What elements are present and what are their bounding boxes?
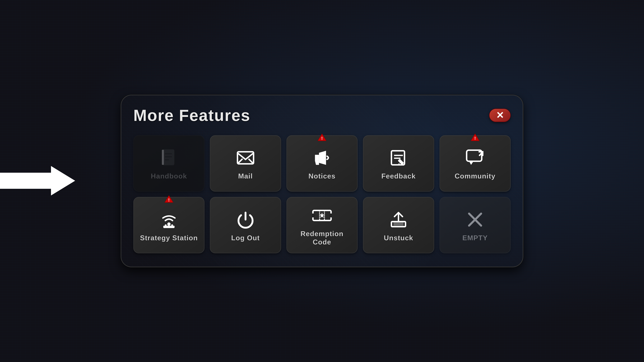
mail-icon — [236, 148, 256, 168]
strategy-station-icon — [159, 210, 179, 230]
mail-label: Mail — [238, 172, 253, 180]
community-badge: ! — [470, 133, 480, 142]
close-button[interactable]: ✕ — [489, 109, 511, 122]
handbook-icon — [159, 148, 179, 168]
svg-point-32 — [329, 213, 332, 217]
svg-text:!: ! — [168, 198, 170, 202]
modal-title: More Features — [133, 106, 250, 125]
svg-text:!: ! — [474, 136, 476, 141]
svg-rect-1 — [163, 150, 174, 165]
notices-badge: ! — [317, 133, 327, 142]
strategy-badge: ! — [164, 195, 174, 204]
strategy-station-label: Strategy Station — [140, 234, 198, 242]
arrow-indicator — [0, 165, 75, 197]
close-icon: ✕ — [496, 111, 504, 120]
notices-button[interactable]: ! Notices — [286, 135, 358, 192]
empty-label: EMPTY — [462, 234, 488, 242]
svg-marker-22 — [469, 161, 474, 165]
community-label: Community — [455, 172, 496, 180]
handbook-label: Handbook — [151, 172, 187, 180]
community-icon — [465, 148, 485, 168]
redemption-code-label: Redemption Code — [291, 230, 353, 246]
svg-point-26 — [167, 222, 170, 226]
svg-rect-27 — [163, 226, 174, 228]
modal-header: More Features ✕ — [133, 106, 511, 125]
redemption-code-button[interactable]: Redemption Code — [286, 197, 358, 253]
strategy-station-button[interactable]: ! Strategy Station — [133, 197, 204, 253]
svg-text:!: ! — [321, 136, 323, 141]
feedback-label: Feedback — [381, 172, 416, 180]
svg-line-8 — [248, 159, 254, 164]
unstuck-label: Unstuck — [384, 234, 413, 242]
notices-label: Notices — [308, 172, 336, 180]
empty-icon — [465, 210, 485, 230]
svg-marker-0 — [0, 166, 75, 195]
svg-point-31 — [312, 213, 315, 217]
svg-rect-2 — [162, 150, 164, 165]
svg-marker-13 — [319, 151, 326, 165]
log-out-icon — [236, 210, 256, 230]
svg-marker-35 — [319, 212, 324, 218]
handbook-button[interactable]: Handbook — [133, 135, 204, 192]
svg-marker-12 — [315, 155, 319, 161]
unstuck-button[interactable]: Unstuck — [363, 197, 434, 253]
svg-rect-37 — [394, 222, 404, 226]
feedback-icon — [388, 148, 408, 168]
log-out-label: Log Out — [231, 234, 260, 242]
mail-button[interactable]: Mail — [210, 135, 281, 192]
notices-icon — [312, 148, 332, 168]
unstuck-icon — [388, 210, 408, 230]
svg-line-7 — [238, 159, 242, 164]
svg-rect-28 — [165, 224, 166, 226]
feedback-button[interactable]: Feedback — [363, 135, 434, 192]
svg-rect-29 — [171, 224, 173, 226]
redemption-code-icon — [312, 205, 332, 226]
features-grid: Handbook Mail ! — [133, 135, 511, 253]
log-out-button[interactable]: Log Out — [210, 197, 281, 253]
community-button[interactable]: ! Community — [440, 135, 511, 192]
empty-slot: EMPTY — [440, 197, 511, 253]
more-features-modal: More Features ✕ Handbook — [121, 95, 523, 267]
